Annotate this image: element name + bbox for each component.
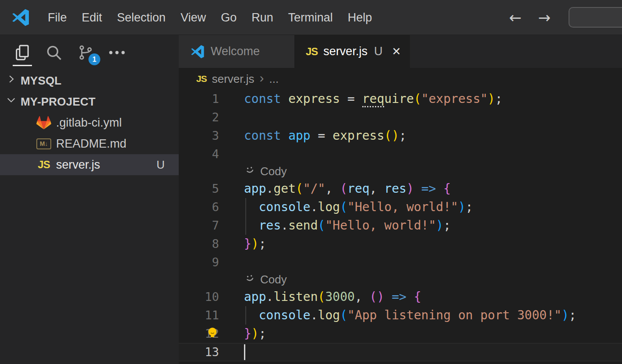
scm-badge: 1 [88, 53, 100, 65]
chevron-right-icon [5, 73, 17, 88]
menu-item-edit[interactable]: Edit [74, 0, 110, 35]
breadcrumb: JS server.js › ... [179, 68, 622, 90]
code-editor[interactable]: 1const express = require("express");23co… [179, 90, 622, 364]
codelens-cody[interactable]: Cody [244, 272, 287, 288]
js-icon: JS [36, 159, 52, 171]
git-status-badge: U [156, 158, 165, 172]
line-number: 9 [179, 253, 219, 272]
lightbulb-icon[interactable] [206, 326, 219, 343]
code-line-text[interactable]: }); [219, 325, 622, 343]
tab-label: server.js [323, 45, 368, 58]
vscode-logo-icon [11, 7, 31, 28]
code-line-text[interactable]: app.listen(3000, () => { [219, 288, 622, 306]
breadcrumb-item-file[interactable]: server.js [212, 72, 254, 86]
tab-label: Welcome [211, 45, 260, 58]
codelens-label: Cody [260, 165, 287, 178]
cody-icon [244, 272, 256, 287]
code-line-12: 12}); [179, 325, 622, 343]
sidebar: 1 MYSQLMY-PROJECT.gitlab-ci.ymlM↓README.… [0, 35, 179, 364]
code-line-4: 4 [179, 145, 622, 163]
indent-guide [245, 198, 246, 216]
file-name: README.md [56, 137, 127, 151]
code-line-5: 5app.get("/", (req, res) => { [179, 180, 622, 198]
section-header-mysql[interactable]: MYSQL [0, 70, 179, 91]
gutter [179, 163, 219, 180]
section-label: MY-PROJECT [21, 95, 95, 109]
codelens-label: Cody [260, 273, 287, 286]
more-actions-icon[interactable] [106, 39, 128, 67]
search-icon[interactable] [43, 39, 65, 67]
breadcrumb-item-symbol[interactable]: ... [269, 72, 279, 86]
code-line-text[interactable]: const express = require("express"); [219, 90, 622, 108]
code-line-9: 9 [179, 253, 622, 272]
code-line-text[interactable]: res.send("Hello, world!"); [219, 216, 622, 235]
file-item-readme-md[interactable]: M↓README.md [0, 133, 179, 154]
close-icon[interactable]: ✕ [392, 45, 401, 58]
line-number: 7 [179, 216, 219, 235]
line-number: 13 [179, 343, 219, 361]
code-line-3: 3const app = express(); [179, 127, 622, 145]
code-line-text[interactable]: const app = express(); [219, 127, 622, 145]
line-number: 8 [179, 235, 219, 253]
code-line-text[interactable] [219, 108, 622, 127]
menu-item-run[interactable]: Run [244, 0, 281, 35]
vscode-window: FileEditSelectionViewGoRunTerminalHelp ←… [0, 0, 622, 364]
menu-item-selection[interactable]: Selection [110, 0, 173, 35]
code-line-2: 2 [179, 108, 622, 127]
code-line-8: 8}); [179, 235, 622, 253]
code-line-text[interactable]: }); [219, 235, 622, 253]
line-number: 10 [179, 288, 219, 306]
code-line-10: 10app.listen(3000, () => { [179, 288, 622, 306]
menu-item-view[interactable]: View [173, 0, 213, 35]
codelens-row: Cody [179, 272, 622, 288]
menu-item-terminal[interactable]: Terminal [281, 0, 340, 35]
menu-item-help[interactable]: Help [340, 0, 380, 35]
code-line-text[interactable]: app.get("/", (req, res) => { [219, 180, 622, 198]
vscode-logo-icon [190, 44, 205, 59]
chevron-down-icon [5, 94, 17, 109]
line-number: 6 [179, 198, 219, 216]
indent-guide [245, 216, 246, 235]
explorer-tree: MYSQLMY-PROJECT.gitlab-ci.ymlM↓README.md… [0, 70, 179, 175]
line-number: 3 [179, 127, 219, 145]
section-header-my-project[interactable]: MY-PROJECT [0, 91, 179, 112]
cody-icon [244, 164, 256, 179]
source-control-icon[interactable]: 1 [74, 39, 96, 67]
codelens-row: Cody [179, 163, 622, 180]
gitlab-icon [36, 116, 52, 130]
menu-bar: FileEditSelectionViewGoRunTerminalHelp [40, 0, 379, 35]
editor-group: WelcomeJSserver.jsU✕ JS server.js › ... … [179, 35, 622, 364]
line-number: 4 [179, 145, 219, 163]
git-status-badge: U [374, 45, 383, 58]
chevron-right-icon: › [260, 71, 264, 86]
forward-icon[interactable]: → [538, 9, 551, 26]
file-name: .gitlab-ci.yml [56, 116, 122, 130]
file-item-server-js[interactable]: JSserver.jsU [0, 154, 179, 175]
code-line-text[interactable] [219, 253, 622, 272]
code-line-7: 7 res.send("Hello, world!"); [179, 216, 622, 235]
menu-item-file[interactable]: File [40, 0, 74, 35]
js-icon: JS [306, 46, 318, 58]
code-line-text[interactable] [219, 343, 622, 361]
line-number: 5 [179, 180, 219, 198]
explorer-icon[interactable] [11, 39, 33, 67]
activity-bar: 1 [0, 35, 179, 70]
code-line-6: 6 console.log("Hello, world!"); [179, 198, 622, 216]
tab-server-js[interactable]: JSserver.jsU✕ [294, 35, 410, 68]
text-cursor [244, 344, 245, 360]
tab-welcome[interactable]: Welcome [179, 35, 294, 68]
file-name: server.js [56, 158, 100, 172]
code-line-text[interactable] [219, 145, 622, 163]
back-icon[interactable]: ← [509, 9, 522, 26]
codelens-cody[interactable]: Cody [244, 163, 287, 180]
file-item--gitlab-ci-yml[interactable]: .gitlab-ci.yml [0, 112, 179, 133]
menu-item-go[interactable]: Go [213, 0, 244, 35]
command-center-search[interactable] [569, 7, 622, 28]
indent-guide [245, 306, 246, 325]
code-line-text[interactable]: console.log("Hello, world!"); [219, 198, 622, 216]
js-icon: JS [196, 74, 207, 84]
line-number: 11 [179, 306, 219, 325]
line-number: 1 [179, 90, 219, 108]
section-label: MYSQL [21, 74, 61, 88]
code-line-text[interactable]: console.log("App listening on port 3000!… [219, 306, 622, 325]
